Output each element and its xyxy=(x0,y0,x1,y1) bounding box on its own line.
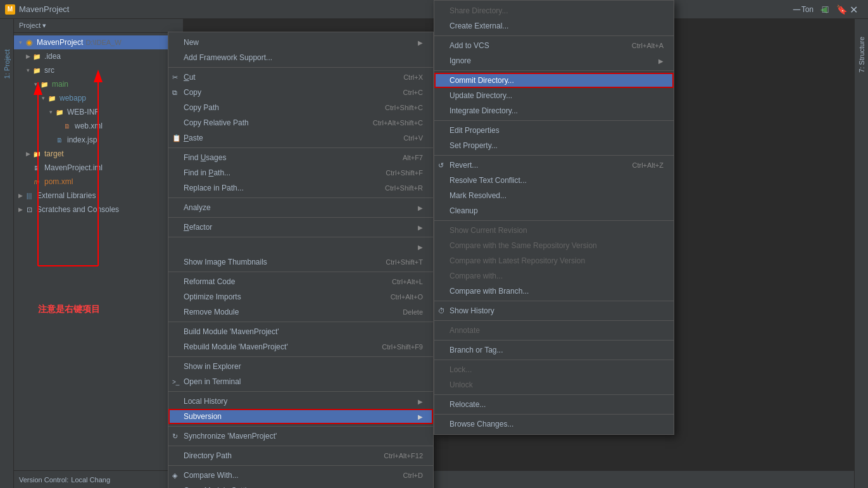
sub-item-integrate-dir[interactable]: Integrate Directory... xyxy=(434,103,674,118)
sub-item-edit-props[interactable]: Edit Properties xyxy=(434,123,674,138)
ctx-item-copy-path[interactable]: Copy Path Ctrl+Shift+C xyxy=(168,100,433,115)
ctx-item-paste[interactable]: 📋 Paste Ctrl+V xyxy=(168,130,433,146)
sub-item-compare-with[interactable]: Compare with... xyxy=(434,268,674,284)
revert-icon: ↺ xyxy=(438,161,444,170)
ctx-item-subversion[interactable]: Subversion ▶ xyxy=(168,409,433,424)
tree-arrow-target: ▶ xyxy=(24,150,32,158)
tree-item-webxml[interactable]: ▶ 🗎 web.xml xyxy=(14,119,183,133)
ctx-item-open-module-settings[interactable]: Open Module Settings F4 xyxy=(168,483,433,488)
compare-icon: ◈ xyxy=(172,472,177,480)
sub-item-cleanup[interactable]: Cleanup xyxy=(434,203,674,218)
ctx-item-analyze[interactable]: Analyze ▶ xyxy=(168,200,433,215)
ctx-separator-11 xyxy=(168,446,433,446)
ctx-item-optimize[interactable]: Optimize Imports Ctrl+Alt+O xyxy=(168,289,433,304)
ctx-label-new: New xyxy=(184,38,199,47)
tree-label-src: src xyxy=(44,66,54,75)
sub-item-share-dir[interactable]: Share Directory... xyxy=(434,3,674,18)
minimize-button[interactable]: ─ xyxy=(783,0,811,19)
tree-item-extlibs[interactable]: ▶ ||| External Libraries xyxy=(14,189,183,203)
ctx-item-remove-module[interactable]: Remove Module Delete xyxy=(168,304,433,320)
close-button[interactable]: ✕ xyxy=(840,0,868,19)
ctx-item-copy[interactable]: ⧉ Copy Ctrl+C xyxy=(168,85,433,100)
ctx-item-show-thumbnails[interactable]: Show Image Thumbnails Ctrl+Shift+T xyxy=(168,254,433,270)
tree-item-idea[interactable]: ▶ 📁 .idea xyxy=(14,49,183,63)
tree-label-webinf: WEB-INF xyxy=(67,108,99,116)
ctx-label-show-thumbnails: Show Image Thumbnails xyxy=(184,258,267,266)
tree-item-maveniml[interactable]: ▶ 🗎 MavenProject.iml xyxy=(14,161,183,175)
sub-item-relocate[interactable]: Relocate... xyxy=(434,397,674,412)
ctx-item-new[interactable]: New ▶ xyxy=(168,35,433,50)
sub-item-unlock[interactable]: Unlock xyxy=(434,377,674,392)
ctx-label-local-history: Local History xyxy=(184,397,227,406)
webxml-icon: 🗎 xyxy=(62,121,72,131)
ctx-shortcut-reformat: Ctrl+Alt+L xyxy=(392,278,423,285)
ctx-item-open-terminal[interactable]: >_ Open in Terminal xyxy=(168,374,433,389)
ctx-item-find-usages[interactable]: Find Usages Alt+F7 xyxy=(168,150,433,165)
ctx-item-build-module[interactable]: Build Module 'MavenProject' xyxy=(168,324,433,339)
sub-item-lock[interactable]: Lock... xyxy=(434,362,674,377)
ctx-item-add-favorites[interactable]: ▶ xyxy=(168,239,433,254)
ctx-arrow-subversion: ▶ xyxy=(418,413,423,420)
ctx-item-synchronize[interactable]: ↻ Synchronize 'MavenProject' xyxy=(168,429,433,444)
ctx-shortcut-find-usages: Alt+F7 xyxy=(403,154,423,161)
sync-icon: ↻ xyxy=(172,432,178,441)
sub-item-branch-tag[interactable]: Branch or Tag... xyxy=(434,342,674,358)
sub-item-resolve-conflict[interactable]: Resolve Text Conflict... xyxy=(434,173,674,188)
ctx-item-replace-in-path[interactable]: Replace in Path... Ctrl+Shift+R xyxy=(168,180,433,196)
tree-item-src[interactable]: ▾ 📁 src xyxy=(14,63,183,77)
ctx-label-copy: Copy xyxy=(184,88,201,97)
tree-label-indexjsp: index.jsp xyxy=(67,135,97,144)
sub-item-commit-dir[interactable]: Commit Directory... xyxy=(434,73,674,88)
ctx-item-refactor[interactable]: Refactor ▶ xyxy=(168,220,433,235)
tree-item-scratches[interactable]: ▶ ⊡ Scratches and Consoles xyxy=(14,203,183,216)
context-menu-subversion: Share Directory... Create External... Ad… xyxy=(434,0,674,435)
sub-item-revert[interactable]: ↺ Revert... Ctrl+Alt+Z xyxy=(434,158,674,173)
ctx-item-reformat[interactable]: Reformat Code Ctrl+Alt+L xyxy=(168,274,433,289)
tree-item-target[interactable]: ▶ 📁 target xyxy=(14,147,183,161)
ctx-item-show-explorer[interactable]: Show in Explorer xyxy=(168,359,433,374)
sub-item-mark-resolved[interactable]: Mark Resolved... xyxy=(434,188,674,203)
sidebar-item-structure[interactable]: 7: Structure xyxy=(857,32,867,78)
ctx-item-local-history[interactable]: Local History ▶ xyxy=(168,394,433,409)
tree-item-webinf[interactable]: ▾ 📁 WEB-INF xyxy=(14,105,183,119)
window-controls: ─ □ ✕ xyxy=(783,0,868,19)
ctx-item-find-in-path[interactable]: Find in Path... Ctrl+Shift+F xyxy=(168,165,433,180)
ctx-item-dir-path[interactable]: Directory Path Ctrl+Alt+F12 xyxy=(168,448,433,463)
project-header[interactable]: Project ▾ xyxy=(14,19,183,33)
maximize-button[interactable]: □ xyxy=(811,0,840,19)
sub-item-annotate[interactable]: Annotate xyxy=(434,323,674,338)
sub-separator-10 xyxy=(434,394,674,395)
tree-label-target: target xyxy=(44,149,64,158)
ctx-item-rebuild-module[interactable]: Rebuild Module 'MavenProject' Ctrl+Shift… xyxy=(168,339,433,354)
sub-item-compare-latest[interactable]: Compare with Latest Repository Version xyxy=(434,253,674,268)
ctx-label-reformat: Reformat Code xyxy=(184,277,235,286)
sub-label-show-history: Show History xyxy=(450,306,494,315)
tree-item-mavenproject[interactable]: ▾ ◉ MavenProject D:\IDEA_W xyxy=(14,35,183,49)
sub-item-show-revision[interactable]: Show Current Revision xyxy=(434,223,674,238)
tree-item-pomxml[interactable]: ▶ m pom.xml xyxy=(14,175,183,189)
ctx-label-paste: Paste xyxy=(184,134,203,142)
ctx-item-compare-with[interactable]: ◈ Compare With... Ctrl+D xyxy=(168,468,433,483)
ctx-label-dir-path: Directory Path xyxy=(184,451,232,460)
ctx-item-add-framework[interactable]: Add Framework Support... xyxy=(168,50,433,65)
tree-item-main[interactable]: ▾ 📁 main xyxy=(14,77,183,91)
pomxml-icon: m xyxy=(32,177,42,187)
sidebar-item-project[interactable]: 1: Project xyxy=(2,44,12,84)
ctx-item-copy-rel-path[interactable]: Copy Relative Path Ctrl+Alt+Shift+C xyxy=(168,115,433,130)
sub-item-ignore[interactable]: Ignore ▶ xyxy=(434,53,674,68)
sub-item-compare-branch[interactable]: Compare with Branch... xyxy=(434,284,674,299)
sub-item-create-external[interactable]: Create External... xyxy=(434,18,674,34)
sub-item-compare-same-repo[interactable]: Compare with the Same Repository Version xyxy=(434,238,674,253)
webinf-folder-icon: 📁 xyxy=(54,107,65,117)
sub-label-resolve-conflict: Resolve Text Conflict... xyxy=(450,176,527,185)
sub-shortcut-add-vcs: Ctrl+Alt+A xyxy=(632,42,664,49)
sub-separator-2 xyxy=(434,70,674,71)
sub-item-browse-changes[interactable]: Browse Changes... xyxy=(434,416,674,432)
sub-item-add-vcs[interactable]: Add to VCS Ctrl+Alt+A xyxy=(434,38,674,53)
sub-item-update-dir[interactable]: Update Directory... xyxy=(434,88,674,103)
sub-item-set-prop[interactable]: Set Property... xyxy=(434,138,674,153)
tree-item-webapp[interactable]: ▾ 📁 webapp xyxy=(14,91,183,105)
sub-item-show-history[interactable]: ⏱ Show History xyxy=(434,303,674,318)
tree-item-indexjsp[interactable]: ▶ 🗎 index.jsp xyxy=(14,133,183,147)
ctx-item-cut[interactable]: ✂ Cut Ctrl+X xyxy=(168,70,433,85)
